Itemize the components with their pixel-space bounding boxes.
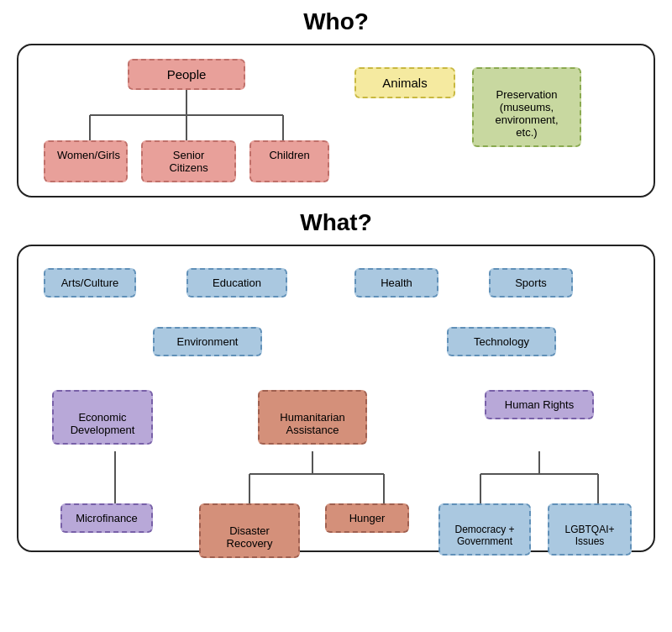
who-connector-svg xyxy=(44,90,329,140)
democracy-node: Democracy + Government xyxy=(438,503,531,556)
disaster-node: Disaster Recovery xyxy=(199,503,300,558)
economic-node: Economic Development xyxy=(52,390,153,445)
lgbtq-node: LGBTQAI+ Issues xyxy=(548,503,632,556)
what-section: What? Arts/Culture xyxy=(17,209,655,564)
animals-node: Animals xyxy=(354,67,455,98)
education-node: Education xyxy=(186,268,287,298)
who-box: People Women/ xyxy=(17,44,655,198)
humanitarian-node: Humanitarian Assistance xyxy=(258,390,367,445)
who-title: Who? xyxy=(17,8,655,35)
technology-node: Technology xyxy=(447,327,556,356)
environment-node: Environment xyxy=(153,327,262,356)
arts-node: Arts/Culture xyxy=(44,268,136,298)
microfinance-node: Microfinance xyxy=(60,503,153,533)
children-node: Children xyxy=(249,140,329,182)
humanrights-node: Human Rights xyxy=(485,390,594,419)
health-node: Health xyxy=(354,268,438,298)
preservation-node: Preservation (museums, environment, etc.… xyxy=(472,67,581,147)
sports-node: Sports xyxy=(489,268,573,298)
what-title: What? xyxy=(17,209,655,236)
what-box: Arts/Culture Education Health Sports Env… xyxy=(17,245,655,552)
senior-node: Senior Citizens xyxy=(141,140,236,182)
people-node: People xyxy=(128,59,245,90)
hunger-node: Hunger xyxy=(325,503,409,533)
women-node: Women/Girls xyxy=(44,140,128,182)
who-section: Who? People xyxy=(17,8,655,209)
